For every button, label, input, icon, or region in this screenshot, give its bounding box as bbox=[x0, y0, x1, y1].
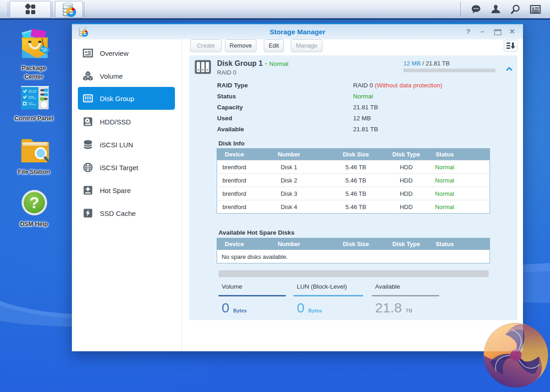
svg-text:?: ? bbox=[29, 193, 39, 211]
